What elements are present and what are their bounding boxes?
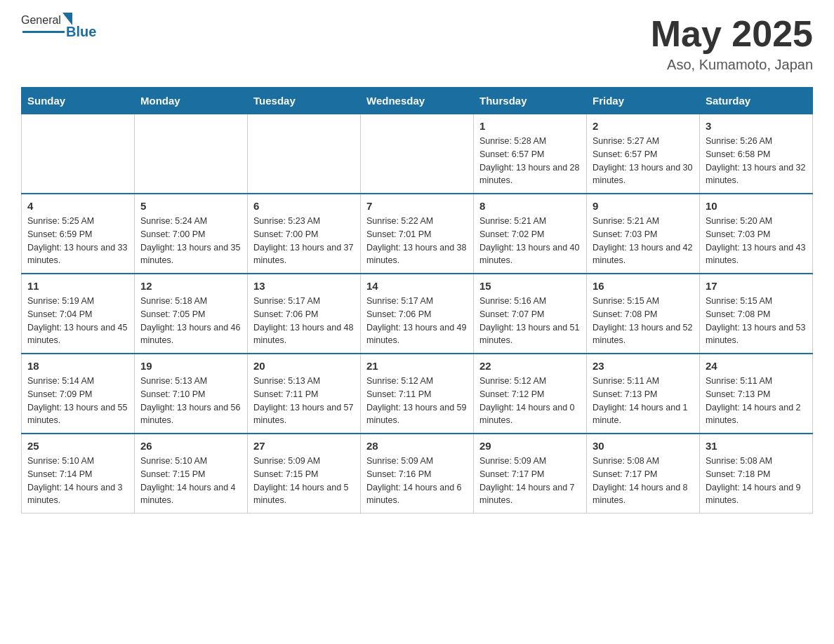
day-number: 2 <box>593 120 694 132</box>
day-cell-3: 3Sunrise: 5:26 AMSunset: 6:58 PMDaylight… <box>700 114 813 194</box>
day-cell-11: 11Sunrise: 5:19 AMSunset: 7:04 PMDayligh… <box>22 274 135 354</box>
day-info: Sunrise: 5:24 AMSunset: 7:00 PMDaylight:… <box>140 215 241 267</box>
location-text: Aso, Kumamoto, Japan <box>651 57 813 73</box>
day-cell-5: 5Sunrise: 5:24 AMSunset: 7:00 PMDaylight… <box>135 194 248 274</box>
day-info: Sunrise: 5:16 AMSunset: 7:07 PMDaylight:… <box>479 295 581 347</box>
day-cell-8: 8Sunrise: 5:21 AMSunset: 7:02 PMDaylight… <box>474 194 587 274</box>
day-number: 29 <box>479 440 581 452</box>
week-row-1: 1Sunrise: 5:28 AMSunset: 6:57 PMDaylight… <box>22 114 813 194</box>
month-title: May 2025 <box>651 14 813 54</box>
day-info: Sunrise: 5:17 AMSunset: 7:06 PMDaylight:… <box>253 295 355 347</box>
day-cell-13: 13Sunrise: 5:17 AMSunset: 7:06 PMDayligh… <box>248 274 361 354</box>
day-cell-4: 4Sunrise: 5:25 AMSunset: 6:59 PMDaylight… <box>22 194 135 274</box>
day-info: Sunrise: 5:12 AMSunset: 7:11 PMDaylight:… <box>366 375 468 427</box>
day-info: Sunrise: 5:14 AMSunset: 7:09 PMDaylight:… <box>27 375 128 427</box>
day-number: 16 <box>593 280 694 292</box>
day-number: 1 <box>479 120 581 132</box>
day-number: 28 <box>366 440 468 452</box>
day-number: 13 <box>253 280 355 292</box>
day-number: 19 <box>140 360 241 372</box>
day-number: 20 <box>253 360 355 372</box>
day-number: 17 <box>706 280 807 292</box>
day-number: 26 <box>140 440 241 452</box>
day-cell-19: 19Sunrise: 5:13 AMSunset: 7:10 PMDayligh… <box>135 354 248 434</box>
day-info: Sunrise: 5:13 AMSunset: 7:10 PMDaylight:… <box>140 375 241 427</box>
day-info: Sunrise: 5:23 AMSunset: 7:00 PMDaylight:… <box>253 215 355 267</box>
day-info: Sunrise: 5:22 AMSunset: 7:01 PMDaylight:… <box>366 215 468 267</box>
day-number: 10 <box>706 200 807 212</box>
empty-cell <box>22 114 135 194</box>
day-number: 11 <box>27 280 128 292</box>
day-cell-1: 1Sunrise: 5:28 AMSunset: 6:57 PMDaylight… <box>474 114 587 194</box>
day-cell-26: 26Sunrise: 5:10 AMSunset: 7:15 PMDayligh… <box>135 434 248 514</box>
day-cell-16: 16Sunrise: 5:15 AMSunset: 7:08 PMDayligh… <box>587 274 700 354</box>
weekday-header-thursday: Thursday <box>474 88 587 114</box>
day-cell-17: 17Sunrise: 5:15 AMSunset: 7:08 PMDayligh… <box>700 274 813 354</box>
day-info: Sunrise: 5:09 AMSunset: 7:15 PMDaylight:… <box>253 455 355 507</box>
day-cell-23: 23Sunrise: 5:11 AMSunset: 7:13 PMDayligh… <box>587 354 700 434</box>
page-header: General Blue May 2025 Aso, Kumamoto, Jap… <box>21 14 813 73</box>
day-number: 31 <box>706 440 807 452</box>
day-cell-2: 2Sunrise: 5:27 AMSunset: 6:57 PMDaylight… <box>587 114 700 194</box>
weekday-header-sunday: Sunday <box>22 88 135 114</box>
day-cell-14: 14Sunrise: 5:17 AMSunset: 7:06 PMDayligh… <box>361 274 474 354</box>
day-number: 6 <box>253 200 355 212</box>
day-number: 5 <box>140 200 241 212</box>
week-row-4: 18Sunrise: 5:14 AMSunset: 7:09 PMDayligh… <box>22 354 813 434</box>
week-row-3: 11Sunrise: 5:19 AMSunset: 7:04 PMDayligh… <box>22 274 813 354</box>
day-number: 21 <box>366 360 468 372</box>
day-cell-10: 10Sunrise: 5:20 AMSunset: 7:03 PMDayligh… <box>700 194 813 274</box>
day-info: Sunrise: 5:15 AMSunset: 7:08 PMDaylight:… <box>706 295 807 347</box>
day-number: 22 <box>479 360 581 372</box>
day-cell-21: 21Sunrise: 5:12 AMSunset: 7:11 PMDayligh… <box>361 354 474 434</box>
day-cell-24: 24Sunrise: 5:11 AMSunset: 7:13 PMDayligh… <box>700 354 813 434</box>
weekday-header-friday: Friday <box>587 88 700 114</box>
logo-blue-text: Blue <box>66 24 96 40</box>
day-cell-9: 9Sunrise: 5:21 AMSunset: 7:03 PMDaylight… <box>587 194 700 274</box>
day-info: Sunrise: 5:27 AMSunset: 6:57 PMDaylight:… <box>593 135 694 187</box>
calendar-table: SundayMondayTuesdayWednesdayThursdayFrid… <box>21 87 813 514</box>
day-info: Sunrise: 5:09 AMSunset: 7:16 PMDaylight:… <box>366 455 468 507</box>
day-info: Sunrise: 5:17 AMSunset: 7:06 PMDaylight:… <box>366 295 468 347</box>
day-info: Sunrise: 5:10 AMSunset: 7:15 PMDaylight:… <box>140 455 241 507</box>
day-info: Sunrise: 5:11 AMSunset: 7:13 PMDaylight:… <box>706 375 807 427</box>
day-number: 25 <box>27 440 128 452</box>
day-cell-25: 25Sunrise: 5:10 AMSunset: 7:14 PMDayligh… <box>22 434 135 514</box>
day-number: 18 <box>27 360 128 372</box>
day-cell-22: 22Sunrise: 5:12 AMSunset: 7:12 PMDayligh… <box>474 354 587 434</box>
day-info: Sunrise: 5:19 AMSunset: 7:04 PMDaylight:… <box>27 295 128 347</box>
day-number: 27 <box>253 440 355 452</box>
day-number: 4 <box>27 200 128 212</box>
day-info: Sunrise: 5:10 AMSunset: 7:14 PMDaylight:… <box>27 455 128 507</box>
day-cell-30: 30Sunrise: 5:08 AMSunset: 7:17 PMDayligh… <box>587 434 700 514</box>
day-cell-15: 15Sunrise: 5:16 AMSunset: 7:07 PMDayligh… <box>474 274 587 354</box>
day-info: Sunrise: 5:26 AMSunset: 6:58 PMDaylight:… <box>706 135 807 187</box>
week-row-5: 25Sunrise: 5:10 AMSunset: 7:14 PMDayligh… <box>22 434 813 514</box>
day-number: 30 <box>593 440 694 452</box>
day-cell-27: 27Sunrise: 5:09 AMSunset: 7:15 PMDayligh… <box>248 434 361 514</box>
day-info: Sunrise: 5:15 AMSunset: 7:08 PMDaylight:… <box>593 295 694 347</box>
day-number: 3 <box>706 120 807 132</box>
day-cell-20: 20Sunrise: 5:13 AMSunset: 7:11 PMDayligh… <box>248 354 361 434</box>
day-number: 7 <box>366 200 468 212</box>
day-cell-18: 18Sunrise: 5:14 AMSunset: 7:09 PMDayligh… <box>22 354 135 434</box>
day-info: Sunrise: 5:08 AMSunset: 7:18 PMDaylight:… <box>706 455 807 507</box>
day-cell-31: 31Sunrise: 5:08 AMSunset: 7:18 PMDayligh… <box>700 434 813 514</box>
day-number: 14 <box>366 280 468 292</box>
day-number: 24 <box>706 360 807 372</box>
empty-cell <box>361 114 474 194</box>
weekday-header-monday: Monday <box>135 88 248 114</box>
day-cell-6: 6Sunrise: 5:23 AMSunset: 7:00 PMDaylight… <box>248 194 361 274</box>
day-number: 12 <box>140 280 241 292</box>
logo: General Blue <box>21 14 96 40</box>
day-info: Sunrise: 5:25 AMSunset: 6:59 PMDaylight:… <box>27 215 128 267</box>
day-info: Sunrise: 5:28 AMSunset: 6:57 PMDaylight:… <box>479 135 581 187</box>
day-info: Sunrise: 5:11 AMSunset: 7:13 PMDaylight:… <box>593 375 694 427</box>
day-number: 15 <box>479 280 581 292</box>
day-cell-12: 12Sunrise: 5:18 AMSunset: 7:05 PMDayligh… <box>135 274 248 354</box>
day-cell-29: 29Sunrise: 5:09 AMSunset: 7:17 PMDayligh… <box>474 434 587 514</box>
title-area: May 2025 Aso, Kumamoto, Japan <box>651 14 813 73</box>
weekday-header-tuesday: Tuesday <box>248 88 361 114</box>
day-info: Sunrise: 5:21 AMSunset: 7:03 PMDaylight:… <box>593 215 694 267</box>
day-cell-28: 28Sunrise: 5:09 AMSunset: 7:16 PMDayligh… <box>361 434 474 514</box>
